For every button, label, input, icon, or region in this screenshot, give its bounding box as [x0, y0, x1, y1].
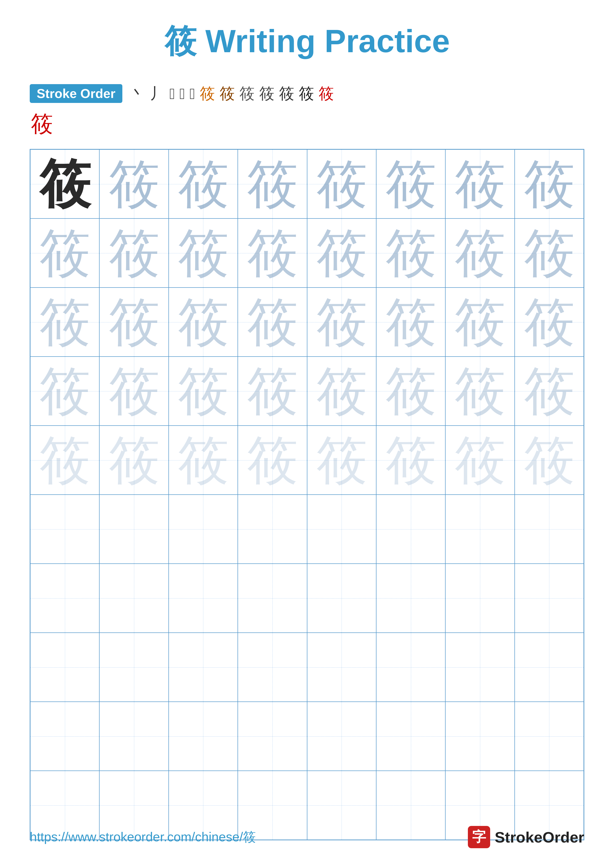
grid-cell-r7c1[interactable] — [30, 564, 99, 633]
char-display: 筱 — [246, 158, 298, 210]
page-title: 筱 Writing Practice — [164, 20, 450, 64]
grid-cell-r9c7[interactable] — [445, 702, 515, 771]
grid-cell-r7c4[interactable] — [238, 564, 307, 633]
grid-cell-r9c3[interactable] — [169, 702, 238, 771]
char-display: 筱 — [385, 365, 437, 417]
grid-cell-r7c3[interactable] — [169, 564, 238, 633]
char-display: 筱 — [316, 158, 368, 210]
grid-cell-r8c4[interactable] — [238, 633, 307, 702]
stroke-11: 筱 — [299, 83, 314, 104]
grid-cell-r5c6: 筱 — [376, 426, 445, 494]
stroke-order-row: Stroke Order 丶 丿 𠃊 𠃌 𠄌 筱 筱 筱 筱 筱 筱 筱 — [30, 83, 584, 104]
grid-cell-r4c3: 筱 — [169, 356, 238, 426]
grid-cell-r6c7[interactable] — [445, 494, 515, 564]
grid-cell-r1c2: 筱 — [99, 149, 168, 219]
grid-cell-r9c6[interactable] — [376, 702, 445, 771]
grid-cell-r8c2[interactable] — [99, 633, 168, 702]
grid-cell-r6c8[interactable] — [515, 494, 584, 564]
char-display: 筱 — [454, 296, 506, 348]
grid-cell-r2c6: 筱 — [376, 219, 445, 288]
grid-cell-r5c5: 筱 — [307, 426, 376, 494]
grid-cell-r3c4: 筱 — [238, 288, 307, 356]
stroke-2: 丿 — [149, 83, 165, 104]
grid-cell-r4c5: 筱 — [307, 356, 376, 426]
char-display: 筱 — [523, 365, 575, 417]
char-display: 筱 — [108, 434, 160, 486]
char-display: 筱 — [246, 227, 298, 279]
char-display: 筱 — [39, 227, 91, 279]
grid-cell-r3c8: 筱 — [515, 288, 584, 356]
char-display: 筱 — [316, 434, 368, 486]
char-display: 筱 — [108, 296, 160, 348]
stroke-6: 筱 — [200, 83, 215, 104]
char-display: 筱 — [108, 365, 160, 417]
grid-cell-r4c4: 筱 — [238, 356, 307, 426]
grid-cell-r4c1: 筱 — [30, 356, 99, 426]
grid-cell-r9c2[interactable] — [99, 702, 168, 771]
footer-logo: 字 StrokeOrder — [468, 826, 584, 848]
grid-cell-r6c4[interactable] — [238, 494, 307, 564]
grid-cell-r6c6[interactable] — [376, 494, 445, 564]
grid-cell-r5c7: 筱 — [445, 426, 515, 494]
grid-cell-r7c5[interactable] — [307, 564, 376, 633]
char-display: 筱 — [385, 158, 437, 210]
grid-cell-r3c7: 筱 — [445, 288, 515, 356]
grid-cell-r6c5[interactable] — [307, 494, 376, 564]
stroke-1: 丶 — [130, 83, 145, 104]
grid-cell-r2c3: 筱 — [169, 219, 238, 288]
char-display: 筱 — [246, 365, 298, 417]
grid-cell-r6c1[interactable] — [30, 494, 99, 564]
grid-cell-r7c8[interactable] — [515, 564, 584, 633]
grid-cell-r1c3: 筱 — [169, 149, 238, 219]
grid-cell-r2c7: 筱 — [445, 219, 515, 288]
char-display: 筱 — [454, 434, 506, 486]
grid-cell-r2c2: 筱 — [99, 219, 168, 288]
stroke-4: 𠃌 — [180, 85, 185, 102]
stroke-order-badge: Stroke Order — [30, 84, 122, 103]
grid-cell-r8c8[interactable] — [515, 633, 584, 702]
stroke-10: 筱 — [279, 83, 294, 104]
grid-cell-r2c4: 筱 — [238, 219, 307, 288]
grid-cell-r8c1[interactable] — [30, 633, 99, 702]
grid-cell-r8c7[interactable] — [445, 633, 515, 702]
grid-cell-r7c7[interactable] — [445, 564, 515, 633]
grid-cell-r9c1[interactable] — [30, 702, 99, 771]
practice-grid: 筱 筱 筱 筱 筱 筱 筱 筱 筱 筱 筱 — [30, 149, 584, 840]
grid-cell-r9c5[interactable] — [307, 702, 376, 771]
grid-cell-r7c6[interactable] — [376, 564, 445, 633]
grid-cell-r8c5[interactable] — [307, 633, 376, 702]
stroke-sequence: 丶 丿 𠃊 𠃌 𠄌 筱 筱 筱 筱 筱 筱 筱 — [130, 83, 334, 104]
grid-cell-r9c4[interactable] — [238, 702, 307, 771]
char-display: 筱 — [39, 434, 91, 486]
grid-cell-r2c1: 筱 — [30, 219, 99, 288]
grid-cell-r9c8[interactable] — [515, 702, 584, 771]
logo-icon: 字 — [468, 826, 490, 848]
char-display: 筱 — [177, 434, 229, 486]
char-display: 筱 — [316, 365, 368, 417]
grid-cell-r5c8: 筱 — [515, 426, 584, 494]
char-display: 筱 — [316, 296, 368, 348]
grid-cell-r8c3[interactable] — [169, 633, 238, 702]
grid-cell-r3c5: 筱 — [307, 288, 376, 356]
stroke-3: 𠃊 — [169, 85, 175, 102]
stroke-5: 𠄌 — [190, 85, 195, 102]
char-display: 筱 — [523, 158, 575, 210]
footer-link[interactable]: https://www.strokeorder.com/chinese/筱 — [30, 828, 256, 846]
grid-cell-r6c3[interactable] — [169, 494, 238, 564]
char-display: 筱 — [39, 296, 91, 348]
grid-cell-r8c6[interactable] — [376, 633, 445, 702]
stroke-7: 筱 — [219, 83, 235, 104]
char-display: 筱 — [454, 227, 506, 279]
char-display: 筱 — [177, 227, 229, 279]
grid-cell-r4c7: 筱 — [445, 356, 515, 426]
grid-cell-r5c4: 筱 — [238, 426, 307, 494]
final-character: 筱 — [30, 109, 584, 139]
grid-cell-r1c6: 筱 — [376, 149, 445, 219]
grid-cell-r6c2[interactable] — [99, 494, 168, 564]
grid-cell-r5c1: 筱 — [30, 426, 99, 494]
char-display: 筱 — [177, 365, 229, 417]
grid-cell-r7c2[interactable] — [99, 564, 168, 633]
grid-cell-r3c2: 筱 — [99, 288, 168, 356]
grid-cell-r1c7: 筱 — [445, 149, 515, 219]
char-display: 筱 — [523, 227, 575, 279]
